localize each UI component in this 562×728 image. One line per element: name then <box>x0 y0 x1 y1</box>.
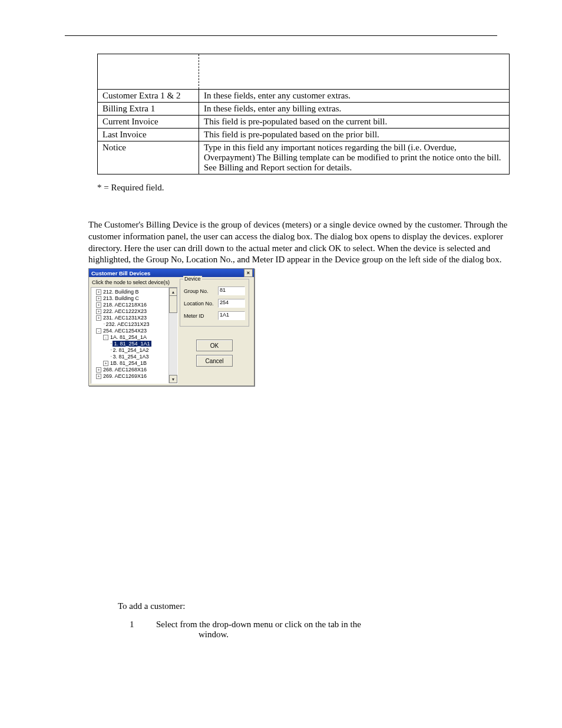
add-customer-heading: To add a customer: <box>118 601 497 611</box>
field-desc: In these fields, enter any billing extra… <box>199 103 510 116</box>
expand-icon[interactable]: + <box>96 374 101 379</box>
tree-node[interactable]: +1B. 81_254_1B <box>94 360 177 367</box>
table-row: Customer Extra 1 & 2 In these fields, en… <box>98 90 510 103</box>
fields-table: Customer Extra 1 & 2 In these fields, en… <box>97 54 510 174</box>
tree-node[interactable]: +213. Building C <box>94 295 177 302</box>
tree-label: 212. Building B <box>103 289 139 296</box>
dialog-title: Customer Bill Devices <box>91 270 150 276</box>
tree-connector: ·· <box>110 347 111 353</box>
expand-icon[interactable]: + <box>96 296 101 301</box>
field-desc: In these fields, enter any customer extr… <box>199 90 510 103</box>
scroll-up-icon[interactable]: ▲ <box>169 288 177 296</box>
tree-node[interactable]: +231. AEC1231X23 <box>94 315 177 321</box>
device-fieldset: Device Group No. 81 Location No. 254 Met… <box>180 279 249 327</box>
dialog-titlebar: Customer Bill Devices × <box>89 269 254 277</box>
tree-label: 232. AEC1231X23 <box>105 321 149 328</box>
tree-label: 254. AEC1254X23 <box>103 328 147 335</box>
tree-node[interactable]: ··1. 81_254_1A1 <box>94 341 177 347</box>
meter-label: Meter ID <box>184 313 216 319</box>
body-paragraph: The Customer's Billing Device is the gro… <box>88 219 513 266</box>
scroll-down-icon[interactable]: ▼ <box>169 375 177 383</box>
field-desc: Type in this field any important notices… <box>199 141 510 174</box>
cancel-button[interactable]: Cancel <box>196 355 233 367</box>
tree-label: 218. AEC1218X16 <box>103 302 147 309</box>
table-row: Last Invoice This field is pre-populated… <box>98 129 510 141</box>
scroll-thumb[interactable] <box>169 295 177 313</box>
field-name: Billing Extra 1 <box>98 103 199 116</box>
tree-label: 213. Building C <box>103 295 139 302</box>
tree-node[interactable]: +212. Building B <box>94 289 177 295</box>
field-name: Last Invoice <box>98 129 199 141</box>
tree-label: 1B. 81_254_1B <box>110 360 147 367</box>
tree-view[interactable]: +212. Building B+213. Building C+218. AE… <box>91 287 178 384</box>
tree-node[interactable]: +222. AEC1222X23 <box>94 308 177 315</box>
close-icon[interactable]: × <box>244 269 253 277</box>
step-1: 1 Select from the drop-down menu or clic… <box>130 620 497 640</box>
field-desc: This field is pre-populated based on the… <box>199 129 510 141</box>
ok-button[interactable]: OK <box>196 340 233 351</box>
tree-connector: ·· <box>103 321 104 327</box>
tree-label: 231. AEC1231X23 <box>103 315 147 322</box>
location-label: Location No. <box>184 301 216 307</box>
expand-icon[interactable]: + <box>96 309 101 314</box>
tree-node[interactable]: -1A. 81_254_1A <box>94 334 177 341</box>
tree-label: 1A. 81_254_1A <box>110 334 147 341</box>
footnote: * = Required field. <box>97 183 497 193</box>
tree-node[interactable]: ··232. AEC1231X23 <box>94 321 177 328</box>
tree-node[interactable]: +218. AEC1218X16 <box>94 302 177 308</box>
field-name: Customer Extra 1 & 2 <box>98 90 199 103</box>
tree-node[interactable]: ··3. 81_254_1A3 <box>94 354 177 360</box>
customer-bill-devices-dialog: Customer Bill Devices × Click the node t… <box>88 268 254 386</box>
fieldset-legend: Device <box>183 276 202 282</box>
expand-icon[interactable]: + <box>96 315 101 321</box>
expand-icon[interactable]: + <box>96 367 101 373</box>
tree-connector: ·· <box>110 354 111 360</box>
location-input[interactable]: 254 <box>218 299 245 308</box>
group-label: Group No. <box>184 288 216 294</box>
tree-connector: ·· <box>110 341 111 347</box>
field-name: Notice <box>98 141 199 174</box>
tree-label: 268. AEC1268X16 <box>103 367 147 374</box>
expand-icon[interactable]: - <box>96 328 101 334</box>
tree-label: 3. 81_254_1A3 <box>113 354 148 361</box>
table-row: Current Invoice This field is pre-popula… <box>98 116 510 129</box>
expand-icon[interactable]: - <box>103 335 108 340</box>
expand-icon[interactable]: + <box>103 361 108 366</box>
top-rule <box>65 35 497 36</box>
table-row: Notice Type in this field any important … <box>98 141 510 174</box>
step-text: Select from the drop-down menu or click … <box>156 620 497 640</box>
tree-label: 1. 81_254_1A1 <box>113 341 151 348</box>
tree-node[interactable]: +269. AEC1269X16 <box>94 373 177 380</box>
tree-node[interactable]: +268. AEC1268X16 <box>94 367 177 373</box>
meter-input[interactable]: 1A1 <box>218 311 245 320</box>
step-number: 1 <box>130 620 156 640</box>
tree-node[interactable]: ··2. 81_254_1A2 <box>94 347 177 354</box>
field-desc: This field is pre-populated based on the… <box>199 116 510 129</box>
scrollbar[interactable]: ▲ ▼ <box>168 288 177 383</box>
expand-icon[interactable]: + <box>96 302 101 308</box>
group-input[interactable]: 81 <box>218 286 245 295</box>
tree-node[interactable]: -254. AEC1254X23 <box>94 328 177 334</box>
expand-icon[interactable]: + <box>96 289 101 295</box>
tree-label: 269. AEC1269X16 <box>103 373 147 380</box>
dialog-instruction: Click the node to select device(s) <box>92 279 178 285</box>
table-row: Billing Extra 1 In these fields, enter a… <box>98 103 510 116</box>
tree-label: 222. AEC1222X23 <box>103 308 147 315</box>
tree-label: 2. 81_254_1A2 <box>113 347 148 354</box>
field-name: Current Invoice <box>98 116 199 129</box>
